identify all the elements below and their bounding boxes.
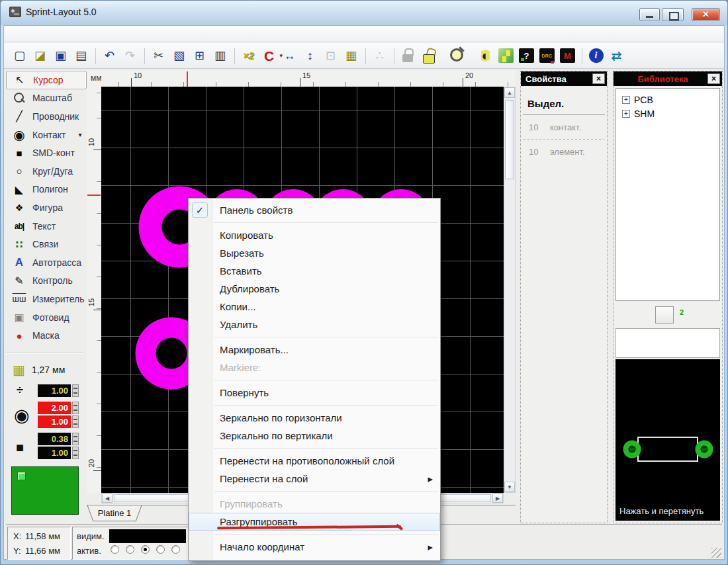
scroll-up-icon[interactable]: ▲ bbox=[504, 87, 515, 98]
board-tab[interactable]: Platine 1 bbox=[89, 505, 140, 521]
menu-registration[interactable] bbox=[82, 32, 97, 35]
snap-grid[interactable]: ▦ bbox=[342, 46, 360, 65]
conductor[interactable]: ╱ Проводник bbox=[6, 107, 87, 126]
rotate[interactable]: C bbox=[260, 46, 278, 65]
panel-properties[interactable]: Панель свойств bbox=[189, 201, 440, 219]
active-layer-radio[interactable] bbox=[171, 545, 180, 554]
spinner[interactable] bbox=[72, 402, 79, 414]
mark[interactable]: Маркировать... bbox=[189, 341, 440, 359]
copy[interactable]: Копировать bbox=[189, 226, 440, 244]
expand-icon[interactable] bbox=[622, 110, 630, 118]
links[interactable]: ∷ Связи bbox=[6, 235, 87, 253]
value-field[interactable]: 1.00 bbox=[38, 384, 71, 397]
macro[interactable]: M bbox=[559, 46, 576, 65]
move-to-opposite-layer[interactable]: Перенести на противоположный слой bbox=[189, 452, 440, 470]
scroll-down-icon[interactable]: ▼ bbox=[504, 482, 515, 492]
separator[interactable] bbox=[189, 333, 440, 341]
menu-project[interactable] bbox=[38, 32, 53, 35]
menu-options[interactable] bbox=[68, 32, 82, 35]
mirror-vertical[interactable]: Зеркально по вертикали bbox=[189, 427, 440, 445]
separator[interactable] bbox=[189, 531, 440, 538]
spinner[interactable] bbox=[72, 384, 79, 397]
markiere[interactable]: Markiere: bbox=[189, 359, 440, 376]
close-button[interactable] bbox=[692, 8, 720, 21]
grid-setting[interactable]: ▦ 1,27 мм bbox=[13, 362, 65, 378]
group[interactable]: Группировать bbox=[189, 495, 440, 513]
macro-preview[interactable]: Нажать и перетянуть bbox=[615, 359, 720, 521]
autoroute-tool[interactable]: A Автотрасса bbox=[6, 253, 87, 272]
redo[interactable]: ↷ bbox=[121, 46, 139, 65]
new-file[interactable]: ▢ bbox=[11, 46, 28, 65]
scrollbar-thumb[interactable] bbox=[505, 100, 514, 179]
unlock[interactable] bbox=[420, 46, 437, 65]
resize-grip[interactable] bbox=[711, 548, 721, 558]
move-to-layer[interactable]: Перенести на слой bbox=[189, 470, 440, 488]
connections[interactable]: ∴ bbox=[371, 46, 388, 65]
delete[interactable]: ▥ bbox=[211, 46, 229, 65]
zoom[interactable] bbox=[448, 46, 466, 65]
menu-help[interactable] bbox=[97, 32, 111, 35]
cursor[interactable]: ↖ Курсор bbox=[6, 71, 87, 89]
active-layer-radio[interactable] bbox=[141, 545, 150, 554]
lock[interactable] bbox=[399, 46, 417, 65]
vertical-scrollbar[interactable]: ▲ ▼ bbox=[504, 87, 516, 493]
copies[interactable]: Копии... bbox=[189, 298, 440, 316]
close-icon[interactable] bbox=[592, 73, 605, 84]
spinner[interactable] bbox=[72, 433, 79, 445]
active-layer-radio[interactable] bbox=[126, 545, 134, 554]
split-view[interactable] bbox=[655, 306, 674, 324]
figure[interactable]: ❖ Фигура bbox=[6, 198, 87, 217]
spinner[interactable] bbox=[72, 447, 79, 459]
paste[interactable]: Вставить bbox=[189, 262, 440, 280]
value-field[interactable]: 1.00 bbox=[38, 415, 71, 428]
drc-check[interactable]: DRC bbox=[538, 46, 556, 65]
properties-titlebar[interactable]: Свойства bbox=[521, 71, 607, 86]
scale-x2[interactable]: ×2 bbox=[240, 46, 257, 65]
menu-actions[interactable] bbox=[53, 32, 68, 35]
move-to-layer[interactable]: ⊡ bbox=[322, 46, 340, 65]
separator[interactable] bbox=[189, 219, 440, 226]
maximize-button[interactable] bbox=[662, 8, 684, 21]
value-field[interactable]: 2.00 bbox=[38, 402, 71, 414]
info[interactable]: i bbox=[587, 46, 605, 65]
scroll-right-icon[interactable]: ▶ bbox=[492, 494, 503, 503]
save-file[interactable]: ▣ bbox=[52, 46, 69, 65]
separator[interactable] bbox=[189, 402, 440, 409]
contact[interactable]: ◉ Контакт bbox=[6, 126, 87, 144]
menu-file[interactable] bbox=[9, 32, 24, 35]
separator[interactable] bbox=[189, 488, 440, 495]
tree-pcb[interactable]: PCB bbox=[622, 95, 719, 105]
close-icon[interactable] bbox=[707, 73, 720, 84]
expand-icon[interactable] bbox=[622, 96, 630, 104]
control[interactable]: ✎ Контроль bbox=[6, 272, 87, 290]
menu-editor[interactable] bbox=[24, 32, 38, 35]
separator[interactable] bbox=[189, 376, 440, 384]
library-titlebar[interactable]: Библиотека bbox=[614, 71, 722, 86]
undo[interactable]: ↶ bbox=[101, 46, 118, 65]
separator[interactable] bbox=[189, 445, 440, 452]
zoom-tool[interactable]: Масштаб bbox=[6, 89, 87, 108]
test-mode[interactable]: ? bbox=[518, 46, 535, 65]
active-layer-radio[interactable] bbox=[111, 545, 119, 554]
tree-shm[interactable]: SHM bbox=[622, 109, 719, 119]
mirror-horizontal[interactable]: ↔ bbox=[281, 46, 298, 65]
mask[interactable]: ● Маска bbox=[6, 326, 87, 345]
smd-pad[interactable]: ■ SMD-конт bbox=[6, 144, 87, 162]
active-layer-radio[interactable] bbox=[156, 545, 165, 554]
autoroute[interactable]: ▞ bbox=[497, 46, 515, 65]
circle-arc[interactable]: ○ Круг/Дуга bbox=[6, 162, 87, 181]
ungroup[interactable]: Разгруппировать bbox=[189, 513, 440, 531]
minimize-button[interactable] bbox=[639, 8, 660, 21]
polygon[interactable]: ◣ Полигон bbox=[6, 181, 87, 199]
photo-view[interactable]: ◐ bbox=[477, 46, 494, 65]
cut[interactable]: ✂ bbox=[150, 46, 167, 65]
duplicate[interactable]: Дублировать bbox=[189, 280, 440, 298]
copy[interactable]: ▧ bbox=[170, 46, 188, 65]
scroll-left-icon[interactable]: ◀ bbox=[102, 494, 113, 503]
text[interactable]: ab| Текст bbox=[6, 217, 87, 236]
rotate[interactable]: Повернуть bbox=[189, 384, 440, 402]
measure[interactable]: шш Измеритель bbox=[6, 290, 87, 308]
value-field[interactable]: 1.00 bbox=[38, 447, 71, 459]
cut[interactable]: Вырезать bbox=[189, 244, 440, 262]
print[interactable]: ▤ bbox=[72, 46, 90, 65]
